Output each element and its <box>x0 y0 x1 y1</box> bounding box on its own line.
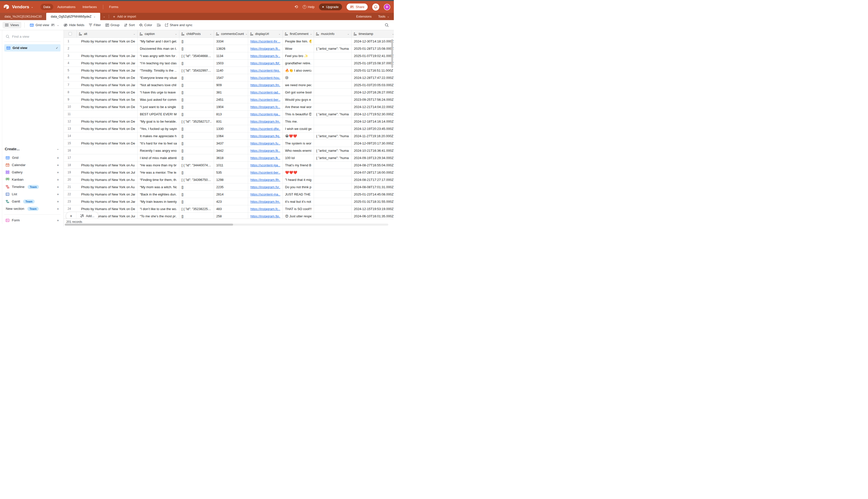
cell-displayUrl[interactable]: https://instagram.fk… <box>248 154 283 161</box>
share-and-sync-button[interactable]: Share and sync <box>163 22 195 28</box>
cell-timestamp[interactable]: 2025-01-03T20:05:03.000Z <box>352 82 394 88</box>
cell-alt[interactable]: Photo by Humans of New York on Au… <box>77 183 138 191</box>
cell-musicInfo[interactable] <box>314 198 352 205</box>
cell-timestamp[interactable]: 2025-01-28T17:15:08.000Z <box>352 45 394 52</box>
cell-commentsCount[interactable]: 2235 <box>214 183 248 191</box>
cell-caption[interactable]: “It’s hard for me to feel sa… <box>138 140 179 147</box>
nav-tab-forms[interactable]: Forms <box>106 4 122 10</box>
create-item-timeline[interactable]: Timeline Team + <box>4 183 61 191</box>
row-number[interactable]: 7 <box>64 82 77 88</box>
cell-timestamp[interactable]: 2023-09-25T17:56:24.000Z <box>352 96 394 103</box>
cell-childPosts[interactable]: [ { "id": "35404668… <box>179 52 214 59</box>
group-button[interactable]: Group <box>103 22 122 28</box>
cell-timestamp[interactable]: 2025-01-19T15:08:37.000Z <box>352 60 394 66</box>
cell-displayUrl[interactable]: https://instagram.fjp… <box>248 212 283 219</box>
row-number[interactable]: 9 <box>64 96 77 103</box>
cell-commentsCount[interactable]: 3334 <box>214 38 248 45</box>
cell-displayUrl[interactable]: https://instagram.fbf… <box>248 60 283 66</box>
history-icon[interactable]: ⟲ <box>294 4 298 10</box>
row-number[interactable]: 16 <box>64 147 77 154</box>
cell-musicInfo[interactable] <box>314 205 352 212</box>
cell-musicInfo[interactable] <box>314 82 352 88</box>
cell-caption[interactable]: “Everyone knew my situat… <box>138 74 179 81</box>
cell-firstComment[interactable]: The system is wor… <box>283 140 314 147</box>
avatar[interactable]: D <box>384 4 390 10</box>
cell-caption[interactable]: “My father and I don’t get… <box>138 38 179 45</box>
cell-displayUrl[interactable]: https://scontent-hou… <box>248 74 283 81</box>
cell-timestamp[interactable]: 2024-09-19T13:29:34.000Z <box>352 154 394 161</box>
plus-icon[interactable]: + <box>57 178 59 182</box>
row-number[interactable]: 1 <box>64 38 77 45</box>
cell-commentsCount[interactable]: 1547 <box>214 74 248 81</box>
cell-caption[interactable]: “My train leaves in twenty… <box>138 198 179 205</box>
cell-commentsCount[interactable]: 831 <box>214 118 248 125</box>
cell-alt[interactable]: Photo by Humans of New York on Jan… <box>77 52 138 59</box>
cell-musicInfo[interactable] <box>314 140 352 147</box>
cell-alt[interactable]: Photo by Humans of New York on Au… <box>77 176 138 183</box>
row-number[interactable]: 12 <box>64 118 77 125</box>
cell-childPosts[interactable]: [] <box>179 198 214 205</box>
cell-alt[interactable]: Photo by Humans of New York on Jan… <box>77 60 138 66</box>
cell-alt[interactable]: Photo by Humans of New York on De… <box>77 125 138 132</box>
cell-displayUrl[interactable]: https://instagram.fc… <box>248 103 283 110</box>
share-button[interactable]: Share <box>347 3 368 10</box>
cell-childPosts[interactable]: [ { "id": "34396750… <box>179 176 214 183</box>
cell-firstComment[interactable]: Wow <box>283 45 314 52</box>
chevron-down-icon[interactable]: ⌄ <box>210 33 212 35</box>
cell-commentsCount[interactable]: 2814 <box>214 191 248 198</box>
cell-commentsCount[interactable]: 1503 <box>214 60 248 66</box>
chevron-down-icon[interactable]: ⌄ <box>133 33 135 35</box>
search-button[interactable] <box>385 23 389 27</box>
cell-firstComment[interactable]: I wish we could ge… <box>283 125 314 132</box>
horizontal-scrollbar[interactable] <box>65 223 388 226</box>
cell-childPosts[interactable]: [] <box>179 183 214 191</box>
find-a-view-input[interactable]: Find a view <box>4 33 61 42</box>
cell-displayUrl[interactable]: https://scontent-ber… <box>248 96 283 103</box>
cell-alt[interactable]: Photo by Humans of New York on Au… <box>77 161 138 169</box>
cell-firstComment[interactable]: it’s real but it’s not… <box>283 198 314 205</box>
cell-alt[interactable]: Photo by Humans of New York on De… <box>77 140 138 147</box>
cell-commentsCount[interactable]: 1064 <box>214 132 248 139</box>
column-header-caption[interactable]: Acaption⌄ <box>138 30 179 37</box>
cell-caption[interactable]: It makes me appreciate h… <box>138 132 179 139</box>
tools-button[interactable]: Tools ⌄ <box>378 15 389 19</box>
table-tab-chevron-down-icon[interactable]: ⌄ <box>94 15 96 18</box>
nav-tab-data[interactable]: Data <box>40 4 53 10</box>
nav-tab-automations[interactable]: Automations <box>54 4 78 10</box>
cell-childPosts[interactable]: [ { "id": "352582717… <box>179 118 214 125</box>
cell-alt[interactable] <box>77 147 138 154</box>
plus-icon[interactable]: + <box>57 185 59 189</box>
row-number[interactable]: 17 <box>64 154 77 161</box>
cell-commentsCount[interactable]: 909 <box>214 82 248 88</box>
row-number[interactable]: 5 <box>64 67 77 74</box>
cell-childPosts[interactable]: [] <box>179 45 214 52</box>
cell-childPosts[interactable]: [] <box>179 111 214 118</box>
cell-timestamp[interactable]: 2025-01-31T18:31:55.000Z <box>352 198 394 205</box>
cell-commentsCount[interactable]: 3437 <box>214 140 248 147</box>
cell-childPosts[interactable]: [] <box>179 74 214 81</box>
cell-firstComment[interactable]: grandfather retire… <box>283 60 314 66</box>
cell-firstComment[interactable]: 100 lol <box>283 154 314 161</box>
sort-button[interactable]: Sort <box>122 22 137 28</box>
cell-musicInfo[interactable] <box>314 60 352 66</box>
cell-timestamp[interactable]: 2024-10-21T16:36:41.000Z <box>352 147 394 154</box>
row-number[interactable]: 18 <box>64 161 77 169</box>
cell-timestamp[interactable]: 2024-12-18T14:16:14.000Z <box>352 118 394 125</box>
cell-childPosts[interactable]: [] <box>179 169 214 176</box>
cell-commentsCount[interactable]: 13826 <box>214 45 248 52</box>
chevron-down-icon[interactable]: ⌄ <box>245 33 247 35</box>
cell-firstComment[interactable]: 😍 Just utter respe… <box>283 212 314 219</box>
cell-musicInfo[interactable] <box>314 212 352 219</box>
cell-timestamp[interactable]: 2024-12-20T16:26:27.000Z <box>352 89 394 96</box>
cell-caption[interactable]: “To me she’s the most pr… <box>138 212 179 219</box>
create-item-list[interactable]: List + <box>4 191 61 198</box>
row-height-button[interactable] <box>154 22 163 28</box>
create-section-header[interactable]: Create... ⌄ <box>4 145 61 154</box>
cell-caption[interactable]: “Back in the eighties dun… <box>138 191 179 198</box>
cell-alt[interactable]: Photo by Humans of New York on De… <box>77 118 138 125</box>
cell-firstComment[interactable]: "I heard that it mig… <box>283 176 314 183</box>
row-number[interactable]: 14 <box>64 132 77 139</box>
filter-button[interactable]: Filter <box>87 22 103 28</box>
cell-displayUrl[interactable]: https://scontent-ma… <box>248 191 283 198</box>
cell-commentsCount[interactable]: 1298 <box>214 176 248 183</box>
